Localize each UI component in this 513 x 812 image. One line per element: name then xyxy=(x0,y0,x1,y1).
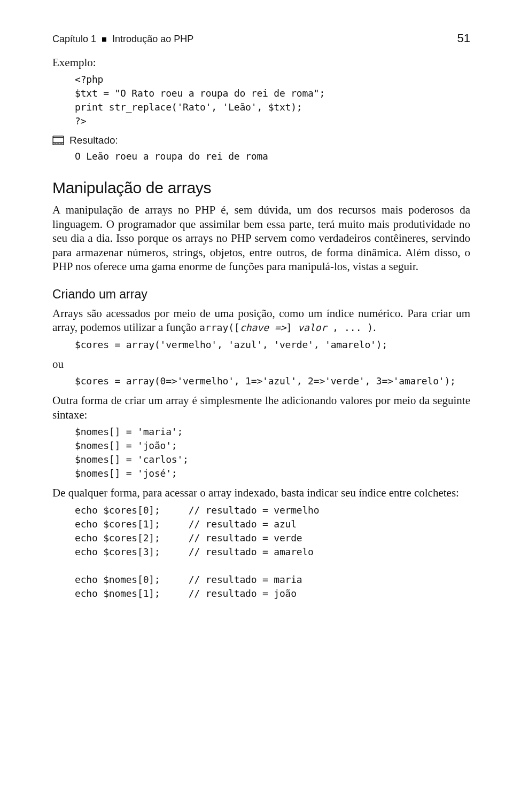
paragraph-manipulacao: A manipulação de arrays no PHP é, sem dú… xyxy=(52,203,470,273)
chapter-number: Capítulo 1 xyxy=(52,34,96,44)
chapter-title: Introdução ao PHP xyxy=(112,34,193,44)
result-label: Resultado: xyxy=(52,134,470,147)
code-cores-1: $cores = array('vermelho', 'azul', 'verd… xyxy=(75,338,470,352)
example-code: <?php $txt = "O Rato roeu a roupa do rei… xyxy=(75,73,470,128)
running-header: Capítulo 1 Introdução ao PHP 51 xyxy=(52,31,470,46)
section-title-manipulacao: Manipulação de arrays xyxy=(52,178,470,198)
example-label: Exemplo: xyxy=(52,56,470,69)
terminal-icon xyxy=(52,136,64,145)
paragraph-criando-2: Outra forma de criar um array é simplesm… xyxy=(52,393,470,422)
result-label-text: Resultado: xyxy=(69,134,118,147)
result-output: O Leão roeu a roupa do rei de roma xyxy=(75,149,470,163)
code-nomes: $nomes[] = 'maria'; $nomes[] = 'joão'; $… xyxy=(75,425,470,480)
chapter-breadcrumb: Capítulo 1 Introdução ao PHP xyxy=(52,33,193,45)
page: Capítulo 1 Introdução ao PHP 51 Exemplo:… xyxy=(0,0,513,812)
paragraph-criando-1: Arrays são acessados por meio de uma pos… xyxy=(52,306,470,335)
inline-code-array-syntax: array([chave =>] valor , ... ) xyxy=(199,322,373,333)
svg-rect-0 xyxy=(53,136,64,143)
code-cores-2: $cores = array(0=>'vermelho', 1=>'azul',… xyxy=(75,374,470,388)
subsection-title-criando: Criando um array xyxy=(52,287,470,302)
code-echo: echo $cores[0]; // resultado = vermelho … xyxy=(75,503,470,601)
page-number: 51 xyxy=(457,31,470,46)
paragraph-criando-3: De qualquer forma, para acessar o array … xyxy=(52,486,470,500)
word-ou: ou xyxy=(52,357,470,371)
square-separator-icon xyxy=(102,37,106,42)
